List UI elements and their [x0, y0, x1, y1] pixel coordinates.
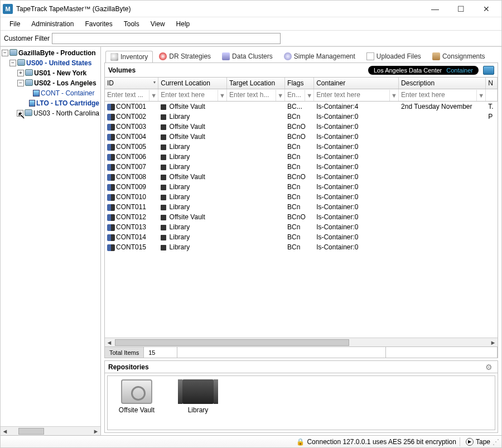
tab-data-clusters[interactable]: Data Clusters — [217, 50, 278, 62]
filter-icon[interactable]: ▼ — [305, 90, 313, 101]
column-header[interactable]: Container — [314, 78, 399, 89]
scroll-thumb[interactable] — [18, 428, 44, 435]
column-header[interactable]: Target Location — [227, 78, 285, 89]
table-row[interactable]: CONT007 LibraryBCnIs-Container:0 — [105, 162, 498, 172]
table-row[interactable]: CONT010 LibraryBCnIs-Container:0 — [105, 192, 498, 202]
filter-icon[interactable]: ▼ — [218, 90, 226, 101]
scroll-thumb[interactable] — [115, 339, 349, 346]
column-header[interactable]: Description — [399, 78, 486, 89]
table-row[interactable]: CONT009 LibraryBCnIs-Container:0 — [105, 182, 498, 192]
app-icon: M — [3, 4, 13, 14]
filter-icon[interactable]: ▼ — [149, 90, 158, 101]
tree-hscroll[interactable]: ◄ ► — [1, 426, 100, 435]
filter-loc[interactable] — [158, 90, 216, 100]
tab-inventory[interactable]: Inventory — [105, 51, 153, 63]
repo-item-library[interactable]: Library — [176, 379, 220, 426]
location-icon — [161, 124, 166, 130]
scroll-right-icon[interactable]: ► — [91, 428, 100, 435]
minimize-button[interactable]: — — [422, 1, 448, 17]
scroll-right-icon[interactable]: ► — [489, 339, 498, 346]
table-row[interactable]: CONT002 LibraryBCnIs-Container:0P — [105, 112, 498, 122]
expand-toggle[interactable]: − — [9, 60, 16, 66]
filter-icon[interactable]: ▼ — [389, 90, 398, 101]
tree-node-label: CONT - Container — [41, 89, 94, 97]
grid: ID▾Current LocationTarget LocationFlagsC… — [104, 78, 498, 347]
scroll-left-icon[interactable]: ◄ — [105, 339, 114, 346]
filter-desc[interactable] — [399, 90, 475, 100]
menu-file[interactable]: File — [4, 18, 26, 30]
tree-node[interactable]: −US02 - Los Angeles — [2, 78, 99, 88]
column-header[interactable]: N — [486, 78, 498, 89]
filter-target[interactable] — [227, 90, 274, 100]
filter-icon[interactable]: ▼ — [276, 90, 284, 101]
lock-icon: 🔒 — [296, 438, 305, 446]
pill-container-link[interactable]: Container — [446, 67, 473, 74]
folder-icon[interactable] — [483, 66, 494, 75]
tree-node[interactable]: +US03 - North Carolina — [2, 108, 99, 118]
menu-tools[interactable]: Tools — [118, 18, 145, 30]
tree[interactable]: − GazillaByte - Production −US00 - Unite… — [1, 47, 100, 426]
tree-node[interactable]: LTO - LTO Cartridge — [2, 98, 99, 108]
tree-node-label: US03 - North Carolina — [33, 109, 99, 117]
table-row[interactable]: CONT012 Offsite VaultBCnOIs-Container:0 — [105, 212, 498, 222]
totals-label: Total Items — [105, 347, 144, 358]
tree-root[interactable]: − GazillaByte - Production — [2, 48, 99, 58]
table-row[interactable]: CONT008 Offsite VaultBCnOIs-Container:0 — [105, 172, 498, 182]
table-row[interactable]: CONT014 LibraryBCnIs-Container:0 — [105, 232, 498, 242]
tab-label: Inventory — [120, 53, 148, 61]
filter-cont[interactable] — [314, 90, 388, 100]
table-row[interactable]: CONT011 LibraryBCnIs-Container:0 — [105, 202, 498, 212]
volume-icon — [107, 104, 115, 110]
tree-node[interactable]: −US00 - United States — [2, 58, 99, 68]
scroll-left-icon[interactable]: ◄ — [1, 428, 9, 435]
tab-uploaded-files[interactable]: Uploaded Files — [361, 50, 426, 62]
window-title: TapeTrack TapeMaster™ (GazillaByte) — [16, 5, 422, 13]
filter-id[interactable] — [105, 90, 148, 100]
tab-dr-strategies[interactable]: DR Strategies — [154, 50, 216, 62]
vault-icon — [121, 379, 152, 404]
menu-view[interactable]: View — [145, 18, 171, 30]
play-icon[interactable]: ▶ — [466, 438, 474, 446]
volume-icon — [107, 144, 115, 151]
menu-favorites[interactable]: Favorites — [79, 18, 118, 30]
menu-help[interactable]: Help — [171, 18, 196, 30]
volume-icon — [107, 154, 115, 161]
column-header[interactable]: Flags — [285, 78, 314, 89]
tab-consignments[interactable]: Consignments — [427, 50, 490, 62]
expand-toggle[interactable]: − — [2, 50, 8, 56]
column-header[interactable]: Current Location — [158, 78, 227, 89]
table-row[interactable]: CONT005 LibraryBCnIs-Container:0 — [105, 142, 498, 152]
repo-item-vault[interactable]: Offsite Vault — [114, 379, 159, 426]
table-row[interactable]: CONT015 LibraryBCnIs-Container:0 — [105, 242, 498, 252]
expand-toggle[interactable]: − — [17, 80, 24, 86]
tree-node[interactable]: +US01 - New York — [2, 68, 99, 78]
close-button[interactable]: ✕ — [474, 1, 499, 17]
maximize-button[interactable]: ☐ — [448, 1, 474, 17]
tab-simple-management[interactable]: Simple Management — [279, 50, 360, 62]
table-row[interactable]: CONT006 LibraryBCnIs-Container:0 — [105, 152, 498, 162]
location-icon — [161, 104, 166, 110]
customer-filter-input[interactable] — [52, 33, 281, 44]
table-row[interactable]: CONT001 Offsite VaultBC...Is-Container:4… — [105, 102, 498, 112]
tree-node-label: US02 - Los Angeles — [34, 79, 96, 87]
gear-icon[interactable]: ⚙ — [485, 363, 494, 372]
column-header[interactable]: ID▾ — [105, 78, 158, 89]
server-icon — [17, 59, 25, 67]
grid-hscroll[interactable]: ◄ ► — [105, 338, 498, 346]
location-icon — [161, 245, 166, 251]
filter-flags[interactable] — [285, 90, 303, 100]
menu-administration[interactable]: Administration — [26, 18, 79, 30]
table-row[interactable]: CONT003 Offsite VaultBCnOIs-Container:0 — [105, 122, 498, 132]
table-row[interactable]: CONT004 Offsite VaultBCnOIs-Container:0 — [105, 132, 498, 142]
table-row[interactable]: CONT013 LibraryBCnIs-Container:0 — [105, 222, 498, 232]
grid-body[interactable]: CONT001 Offsite VaultBC...Is-Container:4… — [105, 102, 498, 253]
filter-icon[interactable]: ▼ — [476, 90, 485, 101]
ti-dc-icon — [222, 52, 230, 60]
resize-grip-icon[interactable]: ⋰ — [493, 438, 498, 446]
titlebar: M TapeTrack TapeMaster™ (GazillaByte) — … — [1, 1, 501, 17]
customer-filter-row: Customer Filter — [1, 31, 501, 46]
expand-toggle[interactable]: + — [17, 110, 23, 117]
expand-toggle[interactable]: + — [17, 70, 24, 76]
tree-node[interactable]: CONT - Container — [2, 88, 99, 98]
sort-icon: ▾ — [153, 80, 156, 85]
